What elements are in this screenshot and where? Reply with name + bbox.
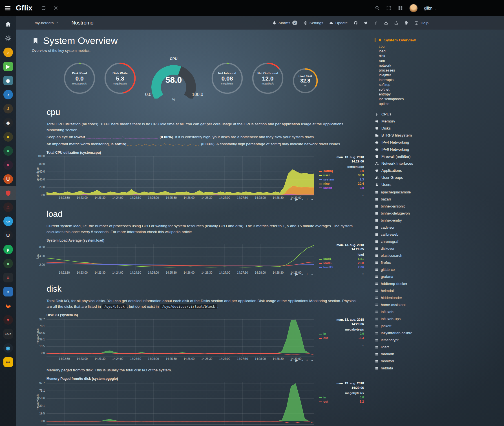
- sidebar-app-lazylibrarian[interactable]: LAZY: [0, 327, 16, 341]
- gauge-cpu[interactable]: CPU58.00.0100.0%: [144, 57, 203, 99]
- zoom-out-button[interactable]: −: [311, 273, 313, 276]
- menu-app-influxdb[interactable]: influxdb: [375, 308, 436, 315]
- menu-app-heimdall[interactable]: heimdall: [375, 287, 436, 294]
- user-avatar[interactable]: [409, 4, 418, 12]
- legend-item-load15[interactable]: load152.06: [319, 265, 364, 269]
- menu-item-cpu[interactable]: cpu: [379, 44, 436, 49]
- menu-item-processes[interactable]: processes: [379, 68, 436, 73]
- sidebar-app-filebrowser[interactable]: ▪: [0, 285, 16, 299]
- play-button[interactable]: ▶: [295, 273, 298, 276]
- zoom-in-button[interactable]: +: [306, 273, 308, 276]
- menu-item-idlejitter[interactable]: idlejitter: [379, 73, 436, 78]
- help-button[interactable]: Help: [414, 21, 428, 25]
- sidebar-app-unmanic[interactable]: U: [0, 228, 16, 242]
- sidebar-app-netdata[interactable]: [0, 186, 16, 200]
- menu-item-interrupts[interactable]: interrupts: [379, 78, 436, 82]
- import-button[interactable]: [384, 21, 388, 25]
- pan-forward-button[interactable]: »: [301, 198, 303, 201]
- menu-item-entropy[interactable]: entropy: [379, 92, 436, 97]
- menu-app-calibreweb[interactable]: calibreweb: [375, 231, 436, 238]
- gauge-net-outbound[interactable]: Net Outbound12.0megabits/s: [251, 62, 284, 95]
- sidebar-app-openhab[interactable]: ●: [0, 144, 16, 158]
- menu-app-gitlab-ce[interactable]: gitlab-ce: [375, 266, 436, 273]
- fullscreen-button[interactable]: [386, 5, 392, 11]
- menu-app-elasticsearch[interactable]: elasticsearch: [375, 252, 436, 259]
- gauge-disk-read[interactable]: Disk Read0.0megabytes/s: [63, 62, 96, 95]
- sidebar-app-airsonic[interactable]: ♪: [0, 88, 16, 102]
- refresh-button[interactable]: [41, 5, 46, 11]
- sidebar-app-utorrent[interactable]: µ: [0, 242, 16, 257]
- menu-section-cpus[interactable]: CPUs: [375, 111, 436, 118]
- sidebar-app-nextcloud[interactable]: ◉: [0, 341, 16, 355]
- export-button[interactable]: [394, 21, 398, 25]
- sidebar-app-glances[interactable]: ≡: [0, 271, 16, 285]
- chart-resize-handle[interactable]: ↕: [319, 192, 364, 197]
- zoom-out-button[interactable]: −: [311, 198, 313, 201]
- menu-section-memory[interactable]: Memory: [375, 118, 436, 125]
- menu-app-chronograf[interactable]: chronograf: [375, 238, 436, 245]
- user-menu[interactable]: gilbn: [424, 6, 437, 10]
- alarms-button[interactable]: Alarms 2: [272, 21, 297, 25]
- chart-resize-handle[interactable]: ↕: [319, 342, 364, 347]
- menu-app-mariadb[interactable]: mariadb: [375, 351, 436, 358]
- menu-app-binhex-emby[interactable]: binhex-emby: [375, 217, 436, 224]
- menu-app-jackett[interactable]: jackett: [375, 322, 436, 329]
- menu-app-influxdb-ups[interactable]: influxdb-ups: [375, 315, 436, 322]
- menu-item-softnet[interactable]: softnet: [379, 87, 436, 92]
- play-button[interactable]: ▶: [295, 198, 298, 201]
- legend-item-system[interactable]: system2.3: [319, 177, 364, 182]
- print-button[interactable]: [404, 21, 408, 25]
- menu-item-disk[interactable]: disk: [379, 54, 436, 59]
- menu-section-network-interfaces[interactable]: Network Interfaces: [375, 160, 436, 167]
- close-tab-button[interactable]: [53, 5, 58, 11]
- chart-plot[interactable]: 0.020.040.060.080.0100.014:22:3014:23:00…: [34, 155, 315, 200]
- menu-section-ipv6-networking[interactable]: IPv6 Networking: [375, 146, 436, 153]
- legend-item-in[interactable]: in0.0: [319, 395, 364, 400]
- sidebar-app-resilio-sync[interactable]: ∞: [0, 214, 16, 228]
- menu-app-cadvisor[interactable]: cadvisor: [375, 224, 436, 231]
- menu-section-user-groups[interactable]: User Groups: [375, 174, 436, 181]
- menu-item-softirqs[interactable]: softirqs: [379, 82, 436, 87]
- menu-app-home-assistant[interactable]: home-assistant: [375, 301, 436, 308]
- sidebar-app-duplicati[interactable]: ●: [0, 130, 16, 144]
- zoom-out-button[interactable]: −: [311, 359, 313, 362]
- menu-item-ram[interactable]: ram: [379, 59, 436, 63]
- menu-item-ipc-semaphores[interactable]: ipc semaphores: [379, 97, 436, 102]
- menu-app-hiddenloader[interactable]: hiddenloader: [375, 294, 436, 301]
- zoom-in-button[interactable]: +: [306, 198, 308, 201]
- pan-forward-button[interactable]: »: [301, 359, 303, 362]
- gauge-disk-write[interactable]: Disk Write5.3megabytes/s: [103, 62, 137, 95]
- play-button[interactable]: ▶: [295, 359, 298, 362]
- gauge-used-ram[interactable]: Used RAM32.8%: [292, 67, 319, 94]
- sidebar-app-settings[interactable]: [0, 31, 16, 45]
- chart-plot[interactable]: 2.004.006.0014:22:3014:23:0014:23:3014:2…: [34, 243, 315, 275]
- apps-button[interactable]: [398, 5, 403, 11]
- sidebar-app-pyload[interactable]: ▼: [0, 313, 16, 327]
- sidebar-app-plex[interactable]: ›: [0, 45, 16, 59]
- menu-app-firefox[interactable]: firefox: [375, 259, 436, 266]
- menu-section-ipv4-networking[interactable]: IPv4 Networking: [375, 139, 436, 146]
- sidebar-app-sabnzbd[interactable]: sab: [0, 355, 16, 369]
- menu-system-overview[interactable]: System Overview: [375, 38, 436, 42]
- menu-app-grafana[interactable]: grafana: [375, 273, 436, 280]
- menu-app-lidarr[interactable]: lidarr: [375, 344, 436, 351]
- menu-section-users[interactable]: Users: [375, 181, 436, 188]
- twitter-button[interactable]: [364, 21, 368, 25]
- legend-item-in[interactable]: in0.0: [319, 332, 364, 336]
- sidebar-app-ombi[interactable]: ◉: [0, 73, 16, 88]
- legend-item-out[interactable]: out-5.2: [319, 400, 364, 404]
- sidebar-app-spotweb[interactable]: ●: [0, 257, 16, 271]
- pan-backward-button[interactable]: «: [290, 359, 292, 362]
- legend-item-iowait[interactable]: iowait0.0: [319, 186, 364, 190]
- sidebar-app-emby[interactable]: ▶: [0, 59, 16, 73]
- chart-plot[interactable]: 0.019.539.158.678.197.714:22:3014:23:001…: [34, 381, 315, 426]
- settings-button[interactable]: Settings: [303, 21, 323, 25]
- menu-app-bazarr[interactable]: bazarr: [375, 196, 436, 203]
- sidebar-app-guacamole[interactable]: ◆: [0, 116, 16, 130]
- sidebar-app-gitlab[interactable]: [0, 299, 16, 313]
- menu-app-netdata[interactable]: netdata: [375, 365, 436, 372]
- menu-app-hddtemp-docker[interactable]: hddtemp-docker: [375, 280, 436, 287]
- menu-app-binhex-airsonic[interactable]: binhex-airsonic: [375, 203, 436, 210]
- sidebar-app-jackett[interactable]: J: [0, 102, 16, 116]
- menu-app-diskover[interactable]: diskover: [375, 245, 436, 252]
